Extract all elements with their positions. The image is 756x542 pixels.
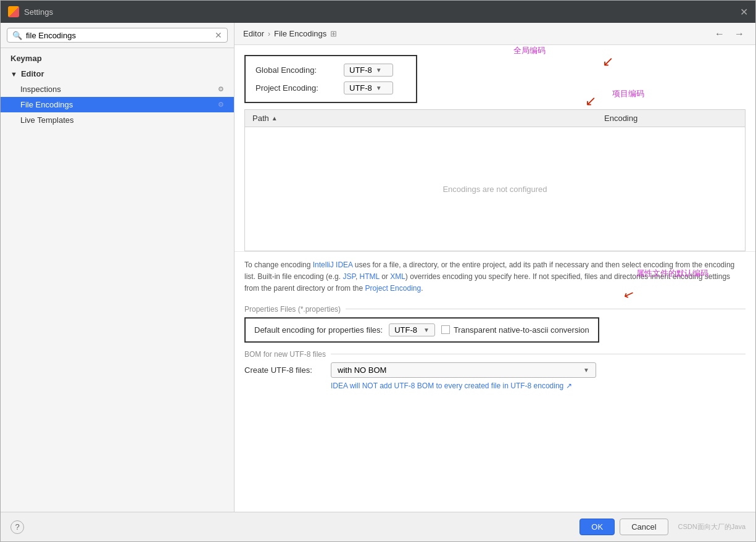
sort-icon: ▲ — [272, 115, 278, 122]
chevron-down-icon: ▼ — [583, 367, 589, 373]
layout-button[interactable]: ⊞ — [330, 29, 337, 38]
bom-title-row: BOM for new UTF-8 files — [244, 350, 746, 359]
footer: ? OK Cancel CSDN面向大厂的Java — [1, 512, 755, 541]
path-label: Path — [252, 114, 269, 123]
bom-hint-link: UTF-8 BOM — [394, 381, 434, 390]
info-link-intellij: IntelliJ IDEA — [313, 261, 353, 269]
path-table: Path ▲ Encoding Encodings are not config… — [244, 109, 746, 251]
forward-button[interactable]: → — [732, 27, 747, 41]
sidebar-item-inspections[interactable]: Inspections ⚙ — [1, 81, 234, 97]
project-encoding-label: Project Encoding: — [255, 83, 339, 93]
bom-hint: IDEA will NOT add UTF-8 BOM to every cre… — [331, 381, 746, 390]
bom-divider — [331, 354, 746, 354]
sidebar-tree: Keymap ▼ Editor Inspections ⚙ — [1, 48, 234, 512]
settings-window: Settings ✕ 🔍 ✕ Keymap — [0, 0, 756, 542]
arrow-project: ↙ — [585, 93, 596, 109]
right-panel: Editor › File Encodings ⊞ ← → 全局编码 ↙ — [235, 23, 755, 512]
bom-select-value: with NO BOM — [338, 365, 386, 375]
arrow-global: ↙ — [602, 54, 613, 70]
bom-create-label: Create UTF-8 files: — [244, 365, 325, 375]
properties-section: 属性文件的默认编码 ↙ Properties Files (*.properti… — [244, 305, 746, 343]
chevron-down-icon: ▼ — [376, 67, 382, 73]
breadcrumb-bar: Editor › File Encodings ⊞ ← → — [235, 23, 755, 45]
info-link-html: HTML — [360, 272, 380, 281]
bom-section-title: BOM for new UTF-8 files — [244, 350, 326, 359]
info-link-project: Project Encoding — [365, 284, 421, 293]
ok-button[interactable]: OK — [579, 519, 615, 535]
sidebar-item-editor[interactable]: ▼ Editor — [1, 66, 234, 81]
main-content: 🔍 ✕ Keymap ▼ Editor — [1, 23, 755, 512]
sidebar-item-live-templates[interactable]: Live Templates — [1, 112, 234, 128]
global-encoding-value: UTF-8 — [349, 65, 372, 75]
sidebar-item-label: File Encodings — [20, 100, 73, 109]
search-input[interactable] — [26, 31, 211, 40]
clear-search-button[interactable]: ✕ — [215, 30, 222, 40]
external-link-icon: ↗ — [566, 381, 572, 390]
app-icon — [8, 6, 19, 17]
info-content: To change encoding — [244, 261, 313, 269]
bom-select[interactable]: with NO BOM ▼ — [331, 362, 596, 378]
empty-table-message: Encodings are not configured — [442, 185, 547, 194]
project-encoding-select[interactable]: UTF-8 ▼ — [344, 81, 393, 94]
info-link-xml: XML — [390, 272, 405, 281]
sidebar-item-keymap[interactable]: Keymap — [1, 51, 234, 66]
panel-body: 全局编码 ↙ Global Encoding: UTF-8 ▼ Projec — [235, 45, 755, 512]
sidebar-item-label: Inspections — [20, 85, 61, 94]
annotation-properties: 属性文件的默认编码 — [636, 268, 708, 279]
chevron-down-icon: ▼ — [376, 85, 382, 91]
properties-section-title: Properties Files (*.properties) — [244, 305, 341, 314]
annotation-project: 项目编码 — [612, 88, 644, 99]
annotation-global: 全局编码 — [513, 45, 546, 56]
chevron-down-icon: ▼ — [423, 327, 430, 333]
sidebar-item-label: Keymap — [10, 54, 42, 63]
breadcrumb-separator: › — [268, 30, 270, 38]
gear-icon: ⚙ — [218, 85, 224, 93]
native-ascii-checkbox-wrap[interactable]: Transparent native-to-ascii conversion — [441, 325, 589, 335]
search-wrap[interactable]: 🔍 ✕ — [7, 28, 228, 43]
props-row: Default encoding for properties files: U… — [254, 323, 589, 336]
default-encoding-label: Default encoding for properties files: — [254, 325, 383, 335]
global-encoding-row: Global Encoding: UTF-8 ▼ — [255, 64, 406, 77]
breadcrumb: Editor › File Encodings ⊞ — [243, 29, 337, 38]
project-encoding-row: Project Encoding: UTF-8 ▼ — [255, 81, 406, 94]
breadcrumb-nav: ← → — [712, 27, 747, 41]
search-icon: 🔍 — [12, 31, 22, 40]
title-bar: Settings ✕ — [1, 1, 755, 23]
project-encoding-value: UTF-8 — [349, 83, 372, 93]
info-link-jsp: JSP — [343, 272, 355, 281]
path-column-header[interactable]: Path ▲ — [245, 110, 597, 127]
native-ascii-checkbox[interactable] — [441, 325, 450, 334]
expand-icon: ▼ — [10, 70, 17, 78]
encoding-section: 全局编码 ↙ Global Encoding: UTF-8 ▼ Projec — [235, 45, 755, 109]
watermark-text: CSDN面向大厂的Java — [678, 522, 746, 532]
close-button[interactable]: ✕ — [740, 6, 748, 18]
table-header: Path ▲ Encoding — [245, 110, 745, 127]
breadcrumb-parent: Editor — [243, 29, 264, 38]
footer-left: ? — [10, 520, 24, 534]
table-body: Encodings are not configured — [245, 127, 745, 251]
breadcrumb-current: File Encodings — [274, 29, 326, 38]
bom-row: Create UTF-8 files: with NO BOM ▼ — [244, 362, 746, 378]
section-divider — [346, 309, 746, 309]
help-button[interactable]: ? — [10, 520, 24, 534]
cancel-button[interactable]: Cancel — [620, 519, 668, 535]
sidebar-item-label: Editor — [21, 69, 44, 78]
properties-box: Default encoding for properties files: U… — [244, 317, 599, 343]
properties-encoding-select[interactable]: UTF-8 ▼ — [389, 323, 435, 336]
encoding-column-header[interactable]: Encoding — [597, 110, 745, 127]
native-ascii-label: Transparent native-to-ascii conversion — [454, 325, 589, 335]
gear-icon: ⚙ — [218, 101, 224, 109]
search-bar: 🔍 ✕ — [1, 23, 234, 48]
properties-encoding-value: UTF-8 — [394, 325, 417, 335]
global-encoding-select[interactable]: UTF-8 ▼ — [344, 64, 393, 77]
back-button[interactable]: ← — [712, 27, 727, 41]
window-title: Settings — [24, 7, 53, 17]
encoding-box: Global Encoding: UTF-8 ▼ Project Encodin… — [244, 55, 417, 103]
properties-title-row: Properties Files (*.properties) — [244, 305, 746, 314]
footer-right: OK Cancel CSDN面向大厂的Java — [579, 519, 746, 535]
sidebar: 🔍 ✕ Keymap ▼ Editor — [1, 23, 235, 512]
sidebar-item-file-encodings[interactable]: File Encodings ⚙ — [1, 97, 234, 112]
encoding-label: Encoding — [604, 114, 638, 123]
bom-section: BOM for new UTF-8 files Create UTF-8 fil… — [244, 350, 746, 390]
global-encoding-label: Global Encoding: — [255, 65, 339, 75]
